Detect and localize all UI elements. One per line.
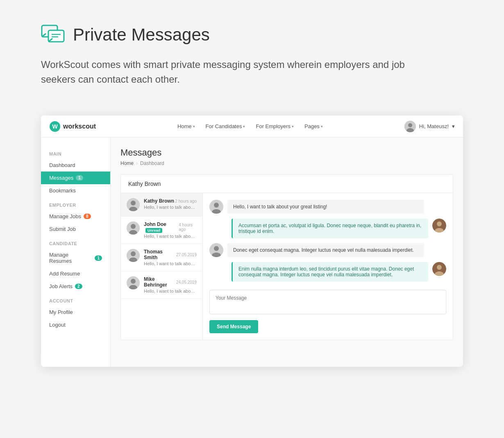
sidebar-item-dashboard[interactable]: Dashboard <box>41 159 110 172</box>
svg-point-25 <box>437 221 442 226</box>
message-bubble: Donec eget consequat magna. Integer luct… <box>227 243 424 257</box>
svg-point-13 <box>131 224 136 229</box>
sidebar-item-submit-job[interactable]: Submit Job <box>41 223 110 235</box>
chat-message-3: Donec eget consequat magna. Integer luct… <box>209 243 446 257</box>
conv-time: 4 hours ago <box>179 223 197 232</box>
message-bubble-green: Enim nulla magna interdum leo, sed tinci… <box>232 262 428 282</box>
sidebar-section-employer: Employer <box>41 197 110 210</box>
logo-icon: W <box>49 121 61 132</box>
chevron-down-icon: ▾ <box>243 124 245 129</box>
svg-point-7 <box>408 123 412 127</box>
svg-point-10 <box>131 201 136 205</box>
avatar <box>127 221 140 235</box>
message-input[interactable] <box>209 290 446 314</box>
conv-info: John Doe Unread 4 hours ago Hello, I wan… <box>144 221 197 239</box>
conv-preview: Hello, I want to talk about your... <box>144 205 197 210</box>
messages-icon <box>41 25 66 45</box>
conversation-list: Kathy Brown 2 hours ago Hello, I want to… <box>121 193 203 340</box>
messages-contact-name: Kathy Brown <box>121 175 453 193</box>
messages-container: Kathy Brown Kathy Brown <box>120 174 453 340</box>
chevron-down-icon: ▾ <box>452 123 455 129</box>
sidebar-item-bookmarks[interactable]: Bookmarks <box>41 184 110 197</box>
sidebar-item-messages[interactable]: Messages 1 <box>41 172 110 184</box>
nav-links: Home ▾ For Candidates ▾ For Employers ▾ … <box>173 121 327 132</box>
top-nav: W workscout Home ▾ For Candidates ▾ For … <box>41 115 463 138</box>
title-row: Private Messages <box>41 25 463 45</box>
messages-badge: 1 <box>76 175 83 181</box>
unread-badge: Unread <box>145 228 162 233</box>
chat-message-4: Enim nulla magna interdum leo, sed tinci… <box>209 262 446 282</box>
sidebar-section-candidate: Candidate <box>41 235 110 248</box>
chat-message-2: Accumsan et porta ac, volutpat id ligula… <box>209 219 446 238</box>
avatar <box>127 276 140 289</box>
conv-name: John Doe Unread <box>144 221 179 233</box>
conversation-item-thomas[interactable]: Thomas Smith 27.05.2019 Hello, I want to… <box>121 244 202 271</box>
sidebar-section-main: Main <box>41 146 110 159</box>
conv-time: 24.05.2019 <box>176 280 197 284</box>
user-label: Hi, Mateusz! <box>419 123 449 129</box>
conv-time: 27.05.2019 <box>176 253 197 257</box>
message-bubble-green: Accumsan et porta ac, volutpat id ligula… <box>232 219 428 238</box>
nav-employers[interactable]: For Employers ▾ <box>252 121 298 132</box>
logo-text: workscout <box>63 123 96 130</box>
nav-user[interactable]: Hi, Mateusz! ▾ <box>404 121 455 132</box>
sidebar-item-manage-jobs[interactable]: Manage Jobs 8 <box>41 210 110 223</box>
conv-time: 2 hours ago <box>175 199 197 203</box>
sidebar-item-my-profile[interactable]: My Profile <box>41 306 110 318</box>
send-message-button[interactable]: Send Message <box>209 320 258 333</box>
conversation-item-mike[interactable]: Mike Behringer 24.05.2019 Hello, I want … <box>121 271 202 299</box>
conversation-item-john[interactable]: John Doe Unread 4 hours ago Hello, I wan… <box>121 217 202 244</box>
chat-area: Hello, I want to talk about your great l… <box>203 193 453 340</box>
breadcrumb-current: Dashboard <box>140 160 164 166</box>
nav-home[interactable]: Home ▾ <box>173 121 199 132</box>
breadcrumb-home[interactable]: Home <box>120 160 134 166</box>
conv-info: Mike Behringer 24.05.2019 Hello, I want … <box>144 276 197 294</box>
messages-body: Kathy Brown 2 hours ago Hello, I want to… <box>121 193 453 340</box>
page-description: WorkScout comes with smart private messa… <box>41 57 410 87</box>
conv-name: Kathy Brown <box>144 198 174 204</box>
sidebar-item-add-resume[interactable]: Add Resume <box>41 267 110 280</box>
nav-pages[interactable]: Pages ▾ <box>300 121 327 132</box>
avatar <box>127 198 140 211</box>
avatar <box>432 219 446 233</box>
page-wrapper: Private Messages WorkScout comes with sm… <box>0 0 504 367</box>
page-header: Private Messages WorkScout comes with sm… <box>0 0 504 115</box>
dashboard-area: Messages Home › Dashboard Kathy Brown <box>111 138 463 367</box>
chat-message-1: Hello, I want to talk about your great l… <box>209 200 446 214</box>
avatar <box>209 243 223 257</box>
conv-name: Thomas Smith <box>144 249 176 260</box>
conv-name: Mike Behringer <box>144 276 176 288</box>
app-mockup: W workscout Home ▾ For Candidates ▾ For … <box>41 115 463 367</box>
conv-info: Kathy Brown 2 hours ago Hello, I want to… <box>144 198 197 210</box>
conversation-item-kathy[interactable]: Kathy Brown 2 hours ago Hello, I want to… <box>121 193 202 217</box>
message-bubble: Hello, I want to talk about your great l… <box>227 200 424 214</box>
job-alerts-badge: 2 <box>75 284 82 289</box>
svg-point-31 <box>437 265 442 270</box>
avatar <box>209 200 223 214</box>
svg-point-19 <box>131 279 136 284</box>
conv-preview: Hello, I want to talk about your... <box>144 234 197 239</box>
dashboard-title: Messages <box>120 147 453 158</box>
sidebar-item-logout[interactable]: Logout <box>41 318 110 331</box>
chevron-down-icon: ▾ <box>292 124 294 129</box>
breadcrumb: Home › Dashboard <box>120 160 453 166</box>
message-input-area: Send Message <box>209 290 446 333</box>
sidebar-section-account: Account <box>41 293 110 306</box>
manage-jobs-badge: 8 <box>84 214 91 219</box>
avatar <box>432 262 446 276</box>
sidebar: Main Dashboard Messages 1 Bookmarks Empl… <box>41 138 111 367</box>
main-content: Main Dashboard Messages 1 Bookmarks Empl… <box>41 138 463 367</box>
sidebar-item-manage-resumes[interactable]: Manage Resumes 1 <box>41 248 110 267</box>
avatar <box>404 121 416 132</box>
breadcrumb-separator: › <box>136 160 138 166</box>
svg-point-22 <box>214 203 219 208</box>
svg-point-16 <box>131 251 136 256</box>
sidebar-item-job-alerts[interactable]: Job Alerts 2 <box>41 280 110 293</box>
chevron-down-icon: ▾ <box>193 124 195 129</box>
logo[interactable]: W workscout <box>49 121 96 132</box>
chevron-down-icon: ▾ <box>321 124 323 129</box>
page-title: Private Messages <box>73 25 210 45</box>
nav-candidates[interactable]: For Candidates ▾ <box>202 121 250 132</box>
svg-text:W: W <box>52 123 58 130</box>
manage-resumes-badge: 1 <box>95 255 102 261</box>
